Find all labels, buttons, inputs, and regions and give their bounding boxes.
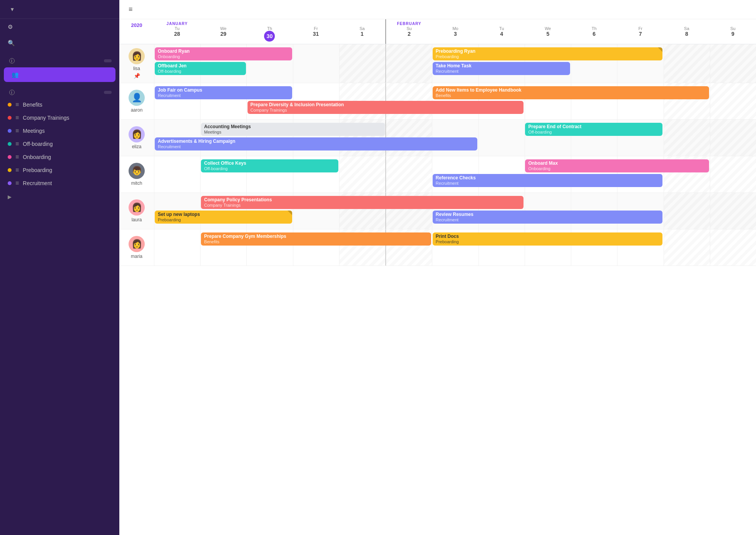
avatar-col-header: 2020 xyxy=(119,19,154,44)
settings-team-nav[interactable]: ⚙ xyxy=(0,19,119,35)
event-sub: Recruitment xyxy=(436,181,660,186)
day-header-Fr7: X Fr 7 xyxy=(617,19,664,44)
day-header-row: 2020 JANUARY Tu 28 X We 29 X Th 30 X Fr … xyxy=(119,19,756,44)
plan-dot xyxy=(8,168,12,172)
plan-dot xyxy=(8,129,12,133)
event-reference-checks[interactable]: Reference Checks Recruitment xyxy=(433,174,663,187)
day-header-Su2: FEBRUARY Su 2 xyxy=(385,19,432,44)
team-icon: 👥 xyxy=(12,71,19,78)
calendar[interactable]: 2020 JANUARY Tu 28 X We 29 X Th 30 X Fr … xyxy=(119,19,756,535)
plan-item-benefits[interactable]: ≡ Benefits xyxy=(0,98,119,111)
workspace-chevron[interactable]: ▾ xyxy=(11,6,13,12)
event-onboard-max[interactable]: Onboard Max Onboarding xyxy=(525,159,709,172)
day-col-9 xyxy=(710,44,756,83)
event-collect-office-keys[interactable]: Collect Office Keys Off-boarding xyxy=(201,159,338,172)
archived-plans[interactable]: ▶ xyxy=(0,190,119,204)
person-name-laura: laura xyxy=(132,217,142,222)
new-team-button[interactable] xyxy=(104,59,112,62)
event-add-new-items-to-emp[interactable]: Add New Items to Employee Handbook Benef… xyxy=(433,86,709,99)
day-col-2 xyxy=(385,44,432,83)
plan-list-icon: ≡ xyxy=(15,180,19,187)
day-header-Sa1: X Sa 1 xyxy=(339,19,385,44)
calendar-inner: 2020 JANUARY Tu 28 X We 29 X Th 30 X Fr … xyxy=(119,19,756,266)
day-header-Sa8: X Sa 8 xyxy=(664,19,710,44)
plan-list-icon: ≡ xyxy=(15,154,19,160)
plan-item-off-boarding[interactable]: ≡ Off-boarding xyxy=(0,137,119,150)
event-company-policy-prese[interactable]: Company Policy Presentations Company Tra… xyxy=(201,196,524,209)
event-sub: Recruitment xyxy=(158,144,474,149)
event-sub: Preboarding xyxy=(158,217,289,222)
person-col-maria: 👩maria xyxy=(119,229,154,266)
person-col-mitch: 👦mitch xyxy=(119,156,154,192)
day-header-Fr31: X Fr 31 xyxy=(293,19,339,44)
plan-label: Off-boarding xyxy=(23,141,53,147)
grid-area-maria: Prepare Company Gym Memberships Benefits… xyxy=(154,229,756,266)
event-prepare-company-gym-[interactable]: Prepare Company Gym Memberships Benefits xyxy=(201,232,431,246)
day-col-8 xyxy=(664,193,710,229)
event-print-docs[interactable]: Print Docs Preboarding xyxy=(433,232,663,246)
event-accounting-meetings[interactable]: Accounting Meetings Meetings xyxy=(201,123,385,136)
plan-label: Onboarding xyxy=(23,154,51,160)
event-job-fair-on-campus[interactable]: Job Fair on Campus Recruitment xyxy=(155,86,292,99)
plan-dot xyxy=(8,116,12,120)
quick-search-nav[interactable]: 🔍 xyxy=(0,35,119,51)
day-name: Th xyxy=(572,26,616,31)
day-col-4 xyxy=(478,120,525,156)
plans-info-icon[interactable]: i xyxy=(9,90,15,95)
day-header-Th6: X Th 6 xyxy=(571,19,617,44)
event-review-resumes[interactable]: Review Resumes Recruitment xyxy=(433,211,663,224)
day-number: 29 xyxy=(220,31,226,37)
hr-team-item[interactable]: 👥 xyxy=(4,67,115,82)
event-prepare-diversity-&-[interactable]: Prepare Diversity & Inclusion Presentati… xyxy=(248,101,524,114)
day-name: Fr xyxy=(618,26,663,31)
event-sub: Preboarding xyxy=(436,54,660,59)
day-col-1 xyxy=(339,156,385,192)
event-onboard-ryan[interactable]: Onboard Ryan Onboarding xyxy=(155,47,292,60)
avatar-mitch: 👦 xyxy=(129,163,145,179)
day-number: 3 xyxy=(454,31,457,37)
day-name: Su xyxy=(711,26,755,31)
plan-dot xyxy=(8,142,12,146)
day-col-9 xyxy=(710,120,756,156)
plan-list-icon: ≡ xyxy=(15,127,19,134)
person-name-aaron: aaron xyxy=(131,107,143,113)
day-col-8 xyxy=(664,44,710,83)
day-number: 28 xyxy=(174,31,180,37)
event-take-home-task[interactable]: Take Home Task Recruitment xyxy=(433,62,570,75)
event-set-up-new-laptops[interactable]: Set up new laptops Preboarding xyxy=(155,211,292,224)
plan-dot xyxy=(8,103,12,107)
year-label: 2020 xyxy=(119,19,154,31)
day-col-1 xyxy=(339,44,385,83)
day-header-Th30: X Th 30 xyxy=(246,19,293,44)
plan-list-icon: ≡ xyxy=(15,167,19,174)
day-col-28 xyxy=(154,156,200,192)
corner-mark xyxy=(288,211,292,215)
event-offboard-jen[interactable]: Offboard Jen Off-boarding xyxy=(155,62,246,75)
day-name: Su xyxy=(387,26,432,31)
plan-item-meetings[interactable]: ≡ Meetings xyxy=(0,124,119,137)
plan-item-onboarding[interactable]: ≡ Onboarding xyxy=(0,150,119,164)
event-preboarding-ryan[interactable]: Preboarding Ryan Preboarding xyxy=(433,47,663,60)
plan-item-recruitment[interactable]: ≡ Recruitment xyxy=(0,177,119,190)
person-row-lisa: 👩lisa📌 Onboard Ryan Onboarding Preboardi… xyxy=(119,44,756,83)
plan-label: Preboarding xyxy=(23,167,52,173)
day-number: 4 xyxy=(500,31,503,37)
sidebar: ▾ ⚙ 🔍 i 👥 i ≡ Benefits ≡ Company Trainin… xyxy=(0,0,119,535)
teams-info-icon[interactable]: i xyxy=(9,58,15,64)
workspace-header[interactable]: ▾ xyxy=(0,0,119,19)
event-prepare-end-of-contr[interactable]: Prepare End of Contract Off-boarding xyxy=(525,123,662,136)
plan-item-preboarding[interactable]: ≡ Preboarding xyxy=(0,164,119,177)
event-advertisements-&-hir[interactable]: Advertisements & Hiring Campaign Recruit… xyxy=(155,137,477,150)
day-name: We xyxy=(525,26,570,31)
plans-section-header: i xyxy=(0,83,119,98)
grid-area-eliza: Accounting Meetings Meetings Prepare End… xyxy=(154,120,756,156)
new-plan-button[interactable] xyxy=(104,91,112,94)
event-sub: Off-boarding xyxy=(158,69,243,74)
day-name: Sa xyxy=(340,26,385,31)
day-header-We29: X We 29 xyxy=(200,19,246,44)
plan-item-company-trainings[interactable]: ≡ Company Trainings xyxy=(0,111,119,124)
menu-icon[interactable]: ≡ xyxy=(129,5,133,13)
day-col-28 xyxy=(154,229,200,266)
chevron-right-icon: ▶ xyxy=(8,194,12,200)
day-name: Th xyxy=(247,26,292,31)
